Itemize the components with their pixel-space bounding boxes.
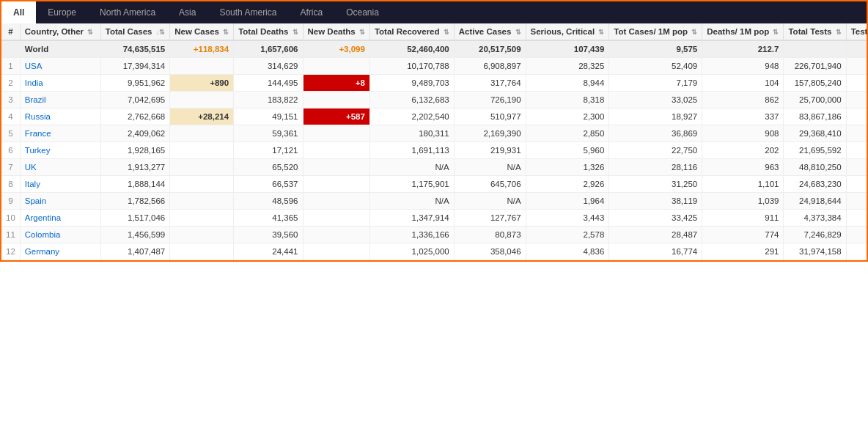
country-link[interactable]: Germany [25, 247, 59, 256]
row-country[interactable]: Spain [20, 193, 100, 210]
col-active-cases[interactable]: Active Cases ⇅ [454, 23, 526, 40]
new-cases-cell [170, 58, 234, 75]
col-new-deaths[interactable]: New Deaths ⇅ [303, 23, 369, 40]
row-active-cases: 219,931 [454, 142, 526, 159]
row-total-cases: 1,928,165 [100, 142, 169, 159]
country-link[interactable]: India [25, 78, 43, 87]
new-cases-cell [170, 159, 234, 176]
col-serious[interactable]: Serious, Critical ⇅ [526, 23, 609, 40]
world-active-cases: 20,517,509 [454, 40, 526, 58]
row-total-deaths: 144,495 [234, 75, 303, 92]
tab-all[interactable]: All [1, 1, 36, 23]
row-tot-per-1m: 33,425 [609, 210, 702, 227]
sort-icon-new-cases: ⇅ [223, 29, 229, 36]
row-num: 8 [1, 176, 20, 193]
row-total-deaths: 59,361 [234, 125, 303, 142]
row-tests-per-1m: 96,359 [846, 210, 868, 227]
col-total-recovered[interactable]: Total Recovered ⇅ [369, 23, 454, 40]
sort-icon-country: ⇅ [87, 29, 93, 36]
row-tot-per-1m: 28,487 [609, 227, 702, 243]
new-deaths-cell [303, 210, 369, 227]
country-link[interactable]: UK [25, 163, 37, 172]
row-total-deaths: 49,151 [234, 109, 303, 125]
new-deaths-cell [303, 227, 369, 243]
row-tests-per-1m: 141,729 [846, 227, 868, 243]
col-total-deaths[interactable]: Total Deaths ⇅ [234, 23, 303, 40]
col-tests-per-1m[interactable]: Tests/ 1M pop ⇅ [846, 23, 868, 40]
row-serious: 4,836 [526, 243, 609, 260]
row-num: 2 [1, 75, 20, 92]
row-tot-per-1m: 31,250 [609, 176, 702, 193]
tab-europe[interactable]: Europe [36, 1, 88, 23]
row-total-recovered: 6,132,683 [369, 92, 454, 109]
tab-africa[interactable]: Africa [288, 1, 334, 23]
row-total-recovered: 1,347,914 [369, 210, 454, 227]
country-link[interactable]: Colombia [25, 230, 61, 239]
country-link[interactable]: Argentina [25, 213, 61, 222]
country-link[interactable]: Turkey [25, 146, 51, 155]
row-total-deaths: 48,596 [234, 193, 303, 210]
col-total-tests[interactable]: Total Tests ⇅ [784, 23, 846, 40]
row-active-cases: N/A [454, 193, 526, 210]
table-row: 3 Brazil 7,042,695 183,822 6,132,683 726… [1, 92, 868, 109]
row-country[interactable]: Argentina [20, 210, 100, 227]
row-country[interactable]: Turkey [20, 142, 100, 159]
row-country[interactable]: Italy [20, 176, 100, 193]
row-total-recovered: 1,336,166 [369, 227, 454, 243]
new-cases-cell [170, 125, 234, 142]
row-deaths-per-1m: 862 [702, 92, 784, 109]
tab-north-america[interactable]: North America [88, 1, 167, 23]
row-total-tests: 48,810,250 [784, 159, 846, 176]
table-row: 7 UK 1,913,277 65,520 N/A N/A 1,326 28,1… [1, 159, 868, 176]
country-link[interactable]: Russia [25, 112, 51, 121]
row-tests-per-1m: 683,049 [846, 58, 868, 75]
sort-icon-total-recovered: ⇅ [444, 29, 449, 36]
row-country[interactable]: Russia [20, 109, 100, 125]
row-serious: 2,578 [526, 227, 609, 243]
row-total-cases: 17,394,314 [100, 58, 169, 75]
world-total-cases: 74,635,515 [100, 40, 169, 58]
row-deaths-per-1m: 291 [702, 243, 784, 260]
col-tot-per-1m[interactable]: Tot Cases/ 1M pop ⇅ [609, 23, 702, 40]
row-tests-per-1m: 381,064 [846, 243, 868, 260]
row-tests-per-1m: 449,469 [846, 125, 868, 142]
row-tests-per-1m: 120,513 [846, 92, 868, 109]
row-country[interactable]: Brazil [20, 92, 100, 109]
country-link[interactable]: Brazil [25, 95, 46, 104]
tab-asia[interactable]: Asia [167, 1, 207, 23]
row-deaths-per-1m: 337 [702, 109, 784, 125]
row-total-recovered: 1,175,901 [369, 176, 454, 193]
country-link[interactable]: France [25, 129, 51, 138]
row-tot-per-1m: 16,774 [609, 243, 702, 260]
country-link[interactable]: Spain [25, 196, 46, 205]
row-active-cases: 510,977 [454, 109, 526, 125]
row-total-cases: 1,407,487 [100, 243, 169, 260]
tab-oceania[interactable]: Oceania [334, 1, 391, 23]
new-cases-cell [170, 142, 234, 159]
col-total-cases[interactable]: Total Cases ↓⇅ [100, 23, 169, 40]
world-total-deaths: 1,657,606 [234, 40, 303, 58]
world-total-recovered: 52,460,400 [369, 40, 454, 58]
country-link[interactable]: Italy [25, 180, 40, 188]
row-country[interactable]: USA [20, 58, 100, 75]
country-link[interactable]: USA [25, 62, 43, 70]
row-country[interactable]: India [20, 75, 100, 92]
tab-south-america[interactable]: South America [207, 1, 288, 23]
row-country[interactable]: UK [20, 159, 100, 176]
row-total-recovered: 10,170,788 [369, 58, 454, 75]
row-country[interactable]: Colombia [20, 227, 100, 243]
row-total-deaths: 39,560 [234, 227, 303, 243]
col-new-cases[interactable]: New Cases ⇅ [170, 23, 234, 40]
col-country[interactable]: Country, Other ⇅ [20, 23, 100, 40]
row-active-cases: 6,908,897 [454, 58, 526, 75]
row-total-tests: 24,683,230 [784, 176, 846, 193]
row-country[interactable]: France [20, 125, 100, 142]
row-total-deaths: 183,822 [234, 92, 303, 109]
row-total-deaths: 65,520 [234, 159, 303, 176]
row-total-cases: 7,042,695 [100, 92, 169, 109]
sort-icon-total-tests: ⇅ [836, 29, 842, 36]
row-tests-per-1m: 717,266 [846, 159, 868, 176]
col-num[interactable]: # [1, 23, 20, 40]
col-deaths-per-1m[interactable]: Deaths/ 1M pop ⇅ [702, 23, 784, 40]
row-country[interactable]: Germany [20, 243, 100, 260]
